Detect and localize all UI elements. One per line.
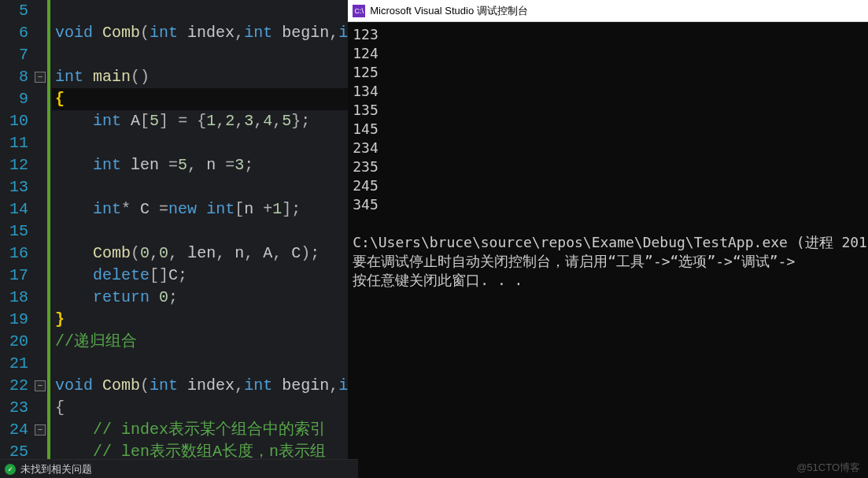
watermark: @51CTO博客 <box>796 461 860 475</box>
code-line[interactable]: int A[5] = {1,2,3,4,5}; <box>52 110 348 132</box>
line-number: 5 <box>0 0 33 22</box>
status-bar: ✓ 未找到相关问题 <box>0 459 358 478</box>
line-number: 18 <box>0 287 33 309</box>
line-number: 6 <box>0 22 33 44</box>
code-line[interactable]: //递归组合 <box>52 331 348 353</box>
console-line: 134 <box>353 82 868 101</box>
line-number: 7 <box>0 44 33 66</box>
console-line: 234 <box>353 139 868 157</box>
console-line: 按任意键关闭此窗口. . . <box>353 271 868 290</box>
line-number: 16 <box>0 243 33 265</box>
code-line[interactable]: { <box>52 88 348 110</box>
code-line[interactable]: void Comb(int index,int begin,i <box>52 375 348 397</box>
code-editor[interactable]: 5678910111213141516171819202122232425 −−… <box>0 0 348 478</box>
code-line[interactable] <box>52 132 348 154</box>
line-number: 9 <box>0 88 33 110</box>
code-line[interactable]: return 0; <box>52 287 348 309</box>
check-icon: ✓ <box>5 464 16 475</box>
change-indicator-bar <box>47 0 50 478</box>
console-output[interactable]: 123124125134135145234235245345 C:\Users\… <box>348 22 868 478</box>
code-line[interactable]: int main() <box>52 66 348 88</box>
console-title-bar[interactable]: C:\ Microsoft Visual Studio 调试控制台 <box>348 0 868 22</box>
line-number: 23 <box>0 397 33 419</box>
line-number: 24 <box>0 419 33 441</box>
line-number: 19 <box>0 309 33 331</box>
line-number: 22 <box>0 375 33 397</box>
code-line[interactable]: { <box>52 397 348 419</box>
console-line: 125 <box>353 63 868 82</box>
console-line: 235 <box>353 157 868 176</box>
code-line[interactable]: void Comb(int index,int begin,i <box>52 22 348 44</box>
code-line[interactable]: int len =5, n =3; <box>52 154 348 176</box>
line-number: 17 <box>0 265 33 287</box>
code-area[interactable]: void Comb(int index,int begin,i int main… <box>52 0 348 478</box>
line-number: 21 <box>0 353 33 375</box>
line-number: 13 <box>0 176 33 198</box>
line-number: 14 <box>0 198 33 220</box>
line-number: 12 <box>0 154 33 176</box>
code-line[interactable] <box>52 176 348 198</box>
code-line[interactable] <box>52 220 348 243</box>
console-line <box>353 214 868 233</box>
code-line[interactable]: delete[]C; <box>52 265 348 287</box>
code-line[interactable] <box>52 0 348 22</box>
code-line[interactable]: // index表示某个组合中的索引 <box>52 419 348 441</box>
status-text: 未找到相关问题 <box>20 462 92 476</box>
console-title: Microsoft Visual Studio 调试控制台 <box>370 4 528 18</box>
console-line: 145 <box>353 120 868 139</box>
console-line: 124 <box>353 44 868 63</box>
code-line[interactable]: Comb(0,0, len, n, A, C); <box>52 243 348 265</box>
line-number: 10 <box>0 110 33 132</box>
console-line: 123 <box>353 25 868 44</box>
debug-console-window[interactable]: C:\ Microsoft Visual Studio 调试控制台 123124… <box>348 0 868 478</box>
code-line[interactable]: } <box>52 309 348 331</box>
console-line: 要在调试停止时自动关闭控制台，请启用“工具”->“选项”->“调试”-> <box>353 252 868 271</box>
line-number: 15 <box>0 220 33 243</box>
fold-toggle[interactable]: − <box>35 72 46 83</box>
console-line: 345 <box>353 195 868 214</box>
code-line[interactable]: int* C =new int[n +1]; <box>52 198 348 220</box>
code-line[interactable] <box>52 44 348 66</box>
fold-toggle[interactable]: − <box>35 424 46 435</box>
line-number: 8 <box>0 66 33 88</box>
console-line: 135 <box>353 101 868 120</box>
vs-console-icon: C:\ <box>353 5 365 17</box>
code-line[interactable] <box>52 353 348 375</box>
line-number-gutter: 5678910111213141516171819202122232425 <box>0 0 33 478</box>
line-number: 20 <box>0 331 33 353</box>
fold-toggle[interactable]: − <box>35 380 46 391</box>
console-line: C:\Users\bruce\source\repos\Exame\Debug\… <box>353 233 868 252</box>
line-number: 11 <box>0 132 33 154</box>
console-line: 245 <box>353 176 868 195</box>
